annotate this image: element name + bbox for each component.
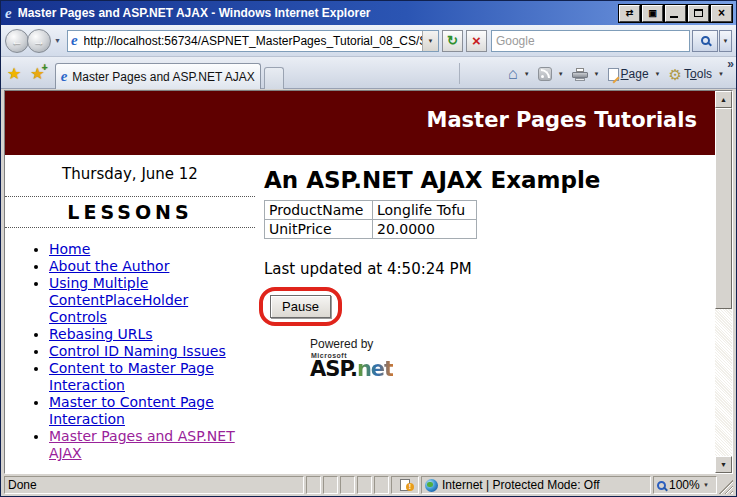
print-dropdown-button[interactable]: ▼ — [594, 71, 600, 77]
tab-favicon-icon: e — [61, 69, 68, 84]
back-arrow-icon: ← — [11, 34, 23, 48]
page-favicon-icon: e — [71, 33, 78, 48]
favorites-button[interactable]: ★ — [7, 66, 21, 82]
search-button[interactable] — [692, 30, 718, 52]
lesson-link[interactable]: Master to Content Page Interaction — [49, 394, 214, 427]
address-dropdown-button[interactable]: ▼ — [422, 31, 438, 51]
table-cell-unitprice-label: UnitPrice — [265, 220, 373, 239]
vertical-scrollbar[interactable]: ▲ ▼ — [715, 91, 732, 473]
page-title: An ASP.NET AJAX Example — [264, 167, 715, 193]
lesson-link[interactable]: Rebasing URLs — [49, 326, 153, 342]
status-panel-empty — [374, 476, 389, 494]
print-button[interactable] — [570, 66, 590, 83]
pause-button[interactable]: Pause — [270, 295, 331, 318]
feeds-button[interactable] — [536, 65, 554, 83]
history-dropdown-button[interactable]: ▼ — [54, 37, 61, 44]
rss-feed-icon — [538, 67, 552, 81]
lesson-link[interactable]: Control ID Naming Issues — [49, 343, 226, 359]
zoom-dropdown-button[interactable]: ▼ — [703, 482, 709, 488]
web-page: Master Pages Tutorials Thursday, June 12… — [5, 91, 715, 473]
stop-button[interactable]: × — [466, 30, 487, 52]
refresh-button[interactable]: ↻ — [442, 30, 463, 52]
tools-menu-button[interactable]: ⚙ Tools — [667, 65, 714, 84]
zoom-level-text: 100% — [669, 478, 700, 492]
tab-bar: ★ ★+ e Master Pages and ASP.NET AJAX ⌂ ▼… — [1, 57, 736, 89]
logo-dot: . — [350, 357, 357, 381]
toolbar-divider — [459, 63, 460, 84]
table-cell-productname-label: ProductName — [265, 201, 373, 220]
status-panel-empty — [306, 476, 321, 494]
window-title: Master Pages and ASP.NET AJAX - Windows … — [18, 6, 617, 20]
star-icon: ★ — [7, 65, 21, 82]
scroll-down-button[interactable]: ▼ — [715, 456, 732, 473]
lesson-item: About the Author — [49, 258, 249, 275]
powered-by-text: Powered by — [310, 338, 715, 350]
lesson-link[interactable]: Content to Master Page Interaction — [49, 360, 214, 393]
lessons-heading: LESSONS — [5, 196, 255, 228]
page-body: Thursday, June 12 LESSONS HomeAbout the … — [5, 155, 715, 473]
red-highlight-annotation: Pause — [259, 287, 342, 326]
printer-icon — [572, 68, 588, 81]
lesson-link[interactable]: Home — [49, 241, 90, 257]
security-report-panel[interactable]: ! — [391, 476, 419, 494]
page-dropdown-button[interactable]: ▼ — [655, 71, 661, 77]
add-favorite-button[interactable]: ★+ — [30, 66, 44, 82]
tools-label-post: ols — [697, 67, 712, 81]
zoom-panel[interactable]: 100% ▼ — [653, 476, 717, 494]
lesson-item: Master Pages and ASP.NET AJAX — [49, 428, 249, 462]
title-bar: e Master Pages and ASP.NET AJAX - Window… — [1, 1, 736, 25]
page-icon — [608, 68, 619, 81]
security-zone-panel[interactable]: Internet | Protected Mode: Off — [421, 476, 651, 494]
lesson-item: Home — [49, 241, 249, 258]
close-button[interactable]: × — [711, 5, 732, 22]
page-viewport: Master Pages Tutorials Thursday, June 12… — [4, 90, 733, 474]
main-content: An ASP.NET AJAX Example ProductName Long… — [255, 155, 715, 473]
status-bar: Done ! Internet | Protected Mode: Off 10… — [2, 474, 735, 495]
page-label: age — [629, 67, 649, 81]
last-updated-text: Last updated at 4:50:24 PM — [264, 260, 715, 278]
date-label: Thursday, June 12 — [5, 165, 255, 183]
browser-window: e Master Pages and ASP.NET AJAX - Window… — [0, 0, 737, 497]
plus-icon: + — [42, 63, 48, 73]
maximize-button[interactable] — [688, 5, 709, 22]
product-table: ProductName Longlife Tofu UnitPrice 20.0… — [264, 200, 477, 239]
tab-active[interactable]: e Master Pages and ASP.NET AJAX — [55, 63, 261, 89]
lesson-link[interactable]: About the Author — [49, 258, 169, 274]
scrollbar-thumb[interactable] — [715, 108, 732, 309]
site-banner: Master Pages Tutorials — [5, 91, 715, 155]
home-icon: ⌂ — [508, 66, 518, 82]
url-text: http://localhost:56734/ASPNET_MasterPage… — [84, 34, 422, 48]
page-menu-button[interactable]: Page — [606, 65, 651, 83]
tools-dropdown-button[interactable]: ▼ — [718, 71, 724, 77]
logo-asp-text: ASP — [310, 357, 350, 381]
home-dropdown-button[interactable]: ▼ — [524, 71, 530, 77]
ie-logo-icon: e — [5, 6, 12, 21]
search-input[interactable]: Google — [491, 30, 690, 52]
table-row: ProductName Longlife Tofu — [265, 201, 477, 220]
toolbar-overflow-button[interactable]: » — [727, 57, 734, 71]
forward-button[interactable]: → — [27, 29, 51, 53]
lesson-item: Rebasing URLs — [49, 326, 249, 343]
lesson-link[interactable]: Using Multiple ContentPlaceHolder Contro… — [49, 275, 188, 325]
minimize-button[interactable] — [665, 5, 686, 22]
tools-label-accesskey: o — [690, 67, 697, 81]
lesson-link[interactable]: Master Pages and ASP.NET AJAX — [49, 428, 235, 461]
back-button[interactable]: ← — [5, 29, 29, 53]
table-cell-productname-value: Longlife Tofu — [373, 201, 477, 220]
internet-zone-icon — [425, 479, 438, 492]
window-extra-button-2[interactable]: ▣ — [642, 5, 663, 22]
scroll-up-button[interactable]: ▲ — [715, 91, 732, 108]
new-tab-button[interactable] — [264, 67, 284, 89]
address-field[interactable]: e http://localhost:56734/ASPNET_MasterPa… — [67, 30, 439, 52]
search-options-button[interactable]: ▼ — [719, 30, 732, 52]
window-extra-button-1[interactable]: ⇄ — [619, 5, 640, 22]
status-text-panel: Done — [4, 476, 304, 494]
status-panel-empty — [357, 476, 372, 494]
resize-grip[interactable] — [719, 476, 733, 494]
tab-title: Master Pages and ASP.NET AJAX — [72, 70, 254, 84]
home-button[interactable]: ⌂ — [506, 64, 520, 84]
search-icon — [701, 36, 710, 45]
feeds-dropdown-button[interactable]: ▼ — [558, 71, 564, 77]
lessons-list: HomeAbout the AuthorUsing Multiple Conte… — [5, 241, 255, 462]
warning-shield-icon: ! — [406, 483, 414, 491]
